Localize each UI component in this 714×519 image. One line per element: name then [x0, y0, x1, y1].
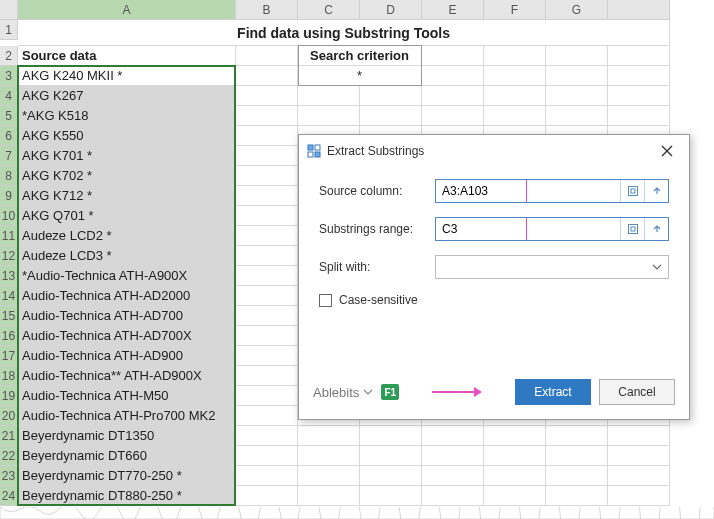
column-header[interactable]: G — [546, 0, 608, 20]
cell[interactable] — [484, 446, 546, 466]
row-header[interactable]: 3 — [0, 66, 18, 86]
cell[interactable] — [236, 106, 298, 126]
cell[interactable] — [236, 486, 298, 506]
cell[interactable] — [608, 86, 670, 106]
cell[interactable] — [546, 106, 608, 126]
cell[interactable] — [236, 406, 298, 426]
row-header[interactable]: 1 — [0, 20, 18, 40]
cell[interactable] — [236, 326, 298, 346]
cell[interactable] — [236, 66, 298, 86]
split-with-input[interactable] — [436, 256, 646, 278]
case-sensitive-checkbox[interactable] — [319, 294, 332, 307]
row-header[interactable]: 18 — [0, 366, 18, 386]
cell[interactable] — [484, 46, 546, 66]
data-cell[interactable]: Beyerdynamic DT660 — [18, 446, 236, 466]
cell[interactable] — [608, 446, 670, 466]
cell[interactable] — [360, 466, 422, 486]
column-header[interactable]: D — [360, 0, 422, 20]
cell[interactable] — [608, 66, 670, 86]
column-header[interactable]: F — [484, 0, 546, 20]
cell[interactable] — [360, 426, 422, 446]
cell[interactable] — [422, 426, 484, 446]
column-header[interactable]: B — [236, 0, 298, 20]
row-header[interactable]: 13 — [0, 266, 18, 286]
data-cell[interactable]: AKG K701 * — [18, 146, 236, 166]
cell[interactable] — [546, 46, 608, 66]
split-with-dropdown[interactable] — [646, 256, 668, 278]
search-value-cell[interactable]: * — [298, 66, 422, 86]
row-header[interactable]: 4 — [0, 86, 18, 106]
cell[interactable] — [236, 426, 298, 446]
column-header[interactable]: A — [18, 0, 236, 20]
collapse-button[interactable] — [644, 180, 668, 202]
cell[interactable] — [236, 186, 298, 206]
extract-button[interactable]: Extract — [515, 379, 591, 405]
data-cell[interactable]: AKG K712 * — [18, 186, 236, 206]
row-header[interactable]: 19 — [0, 386, 18, 406]
row-header[interactable]: 22 — [0, 446, 18, 466]
cell[interactable] — [236, 366, 298, 386]
cell[interactable] — [608, 486, 670, 506]
data-cell[interactable]: Beyerdynamic DT1350 — [18, 426, 236, 446]
data-cell[interactable]: AKG Q701 * — [18, 206, 236, 226]
cell[interactable] — [236, 446, 298, 466]
row-header[interactable]: 9 — [0, 186, 18, 206]
select-all-corner[interactable] — [0, 0, 18, 20]
cell[interactable] — [236, 306, 298, 326]
cell[interactable] — [546, 86, 608, 106]
cell[interactable] — [360, 106, 422, 126]
cell[interactable] — [608, 106, 670, 126]
data-cell[interactable]: Beyerdynamic DT770-250 * — [18, 466, 236, 486]
cell[interactable] — [546, 446, 608, 466]
data-cell[interactable]: Audio-Technica ATH-AD900 — [18, 346, 236, 366]
column-header[interactable]: C — [298, 0, 360, 20]
cancel-button[interactable]: Cancel — [599, 379, 675, 405]
cell[interactable] — [546, 486, 608, 506]
cell[interactable] — [422, 86, 484, 106]
brand-label[interactable]: Ablebits — [313, 385, 373, 400]
row-header[interactable]: 23 — [0, 466, 18, 486]
cell[interactable] — [422, 106, 484, 126]
cell[interactable] — [360, 486, 422, 506]
help-button[interactable]: F1 — [381, 384, 399, 400]
cell[interactable] — [484, 86, 546, 106]
cell[interactable] — [546, 426, 608, 446]
cell[interactable] — [298, 486, 360, 506]
cell[interactable] — [422, 66, 484, 86]
cell[interactable] — [236, 126, 298, 146]
row-header[interactable]: 6 — [0, 126, 18, 146]
data-cell[interactable]: Audio-Technica ATH-AD2000 — [18, 286, 236, 306]
row-header[interactable]: 12 — [0, 246, 18, 266]
cell[interactable] — [608, 426, 670, 446]
substrings-range-input[interactable] — [436, 218, 526, 240]
row-header[interactable]: 7 — [0, 146, 18, 166]
cell[interactable] — [360, 446, 422, 466]
data-cell[interactable]: Audio-Technica** ATH-AD900X — [18, 366, 236, 386]
data-cell[interactable]: Audio-Technica ATH-AD700 — [18, 306, 236, 326]
cell[interactable] — [546, 66, 608, 86]
row-header[interactable]: 11 — [0, 226, 18, 246]
cell[interactable] — [422, 486, 484, 506]
row-header[interactable]: 16 — [0, 326, 18, 346]
cell[interactable] — [298, 426, 360, 446]
data-cell[interactable]: AKG K702 * — [18, 166, 236, 186]
cell[interactable] — [422, 446, 484, 466]
data-cell[interactable]: AKG K550 — [18, 126, 236, 146]
range-picker-button[interactable] — [620, 218, 644, 240]
data-cell[interactable]: Audeze LCD3 * — [18, 246, 236, 266]
row-header[interactable]: 15 — [0, 306, 18, 326]
row-header[interactable]: 24 — [0, 486, 18, 506]
cell[interactable] — [608, 466, 670, 486]
data-cell[interactable]: Beyerdynamic DT880-250 * — [18, 486, 236, 506]
data-cell[interactable]: AKG K240 MKII * — [18, 66, 236, 86]
data-cell[interactable]: Audio-Technica ATH-Pro700 MK2 — [18, 406, 236, 426]
cell[interactable] — [484, 486, 546, 506]
cell[interactable] — [422, 466, 484, 486]
cell[interactable] — [298, 106, 360, 126]
row-header[interactable]: 14 — [0, 286, 18, 306]
data-cell[interactable]: *Audio-Technica ATH-A900X — [18, 266, 236, 286]
cell[interactable] — [298, 86, 360, 106]
row-header[interactable]: 2 — [0, 46, 18, 66]
column-header[interactable]: E — [422, 0, 484, 20]
data-cell[interactable]: *AKG K518 — [18, 106, 236, 126]
